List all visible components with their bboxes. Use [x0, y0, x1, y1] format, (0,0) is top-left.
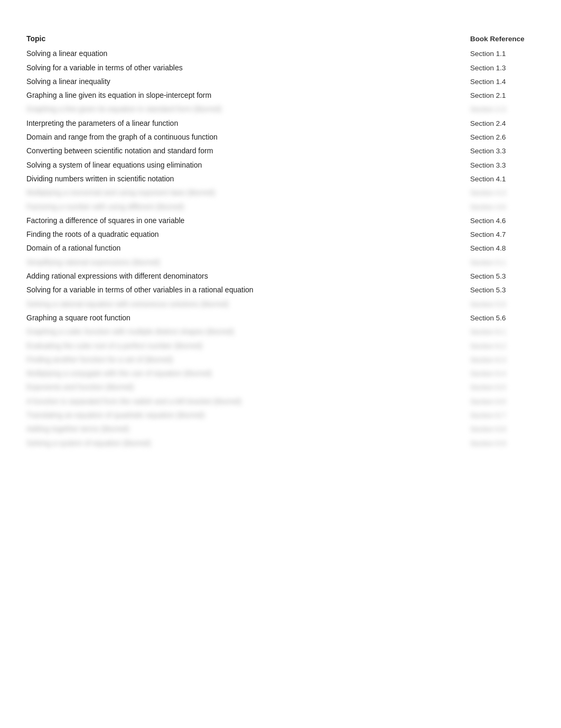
table-row: Adding together terms (blurred)Section 6…	[26, 422, 534, 436]
topic-cell: Domain of a rational function	[26, 243, 470, 253]
table-row: Domain and range from the graph of a con…	[26, 130, 534, 144]
topic-table: Topic Book Reference Solving a linear eq…	[26, 32, 534, 450]
topic-cell: Exponents and function (blurred)	[26, 382, 470, 392]
ref-cell: Section 6.1	[470, 328, 534, 336]
ref-cell: Section 5.1	[470, 259, 534, 266]
topic-cell: Simplifying rational expressions (blurre…	[26, 257, 470, 268]
ref-cell: Section 2.1	[470, 91, 534, 99]
topic-cell: Multiplying a conjugate with the use of …	[26, 368, 470, 379]
topic-cell: Solving a system of equation (blurred)	[26, 438, 470, 448]
topic-cell: Factoring a difference of squares in one…	[26, 215, 470, 226]
ref-cell: Section 6.3	[470, 356, 534, 364]
table-row: Solving a system of linear equations usi…	[26, 158, 534, 172]
topic-cell: Interpreting the parameters of a linear …	[26, 118, 470, 128]
topic-cell: Domain and range from the graph of a con…	[26, 132, 470, 142]
ref-cell: Section 4.6	[470, 217, 534, 225]
table-row: Evaluating the cube root of a perfect nu…	[26, 339, 534, 353]
ref-cell: Section 6.2	[470, 342, 534, 350]
table-row: Solving a linear equationSection 1.1	[26, 47, 534, 60]
table-row: Exponents and function (blurred)Section …	[26, 380, 534, 394]
table-row: Solving a rational equation with extrane…	[26, 297, 534, 311]
topic-cell: Finding another function for a set of (b…	[26, 354, 470, 365]
ref-cell: Section 6.6	[470, 398, 534, 406]
topic-cell: Adding together terms (blurred)	[26, 423, 470, 434]
topic-cell: Graphing a square root function	[26, 312, 470, 323]
ref-cell: Section 3.3	[470, 147, 534, 155]
table-row: Factoring a difference of squares in one…	[26, 214, 534, 227]
table-row: Factoring a number with using different …	[26, 200, 534, 214]
ref-cell: Section 3.3	[470, 161, 534, 169]
table-row: Translating an equation of quadratic equ…	[26, 408, 534, 422]
topic-cell: A function is separated from the radish …	[26, 396, 470, 407]
table-row: Finding the roots of a quadratic equatio…	[26, 227, 534, 241]
topic-cell: Solving a system of linear equations usi…	[26, 160, 470, 170]
table-row: Interpreting the parameters of a linear …	[26, 116, 534, 130]
ref-cell: Section 1.1	[470, 50, 534, 58]
topic-cell: Factoring a number with using different …	[26, 201, 470, 212]
topic-cell: Graphing a line given its equation in st…	[26, 104, 470, 114]
table-row: Solving a linear inequalitySection 1.4	[26, 75, 534, 88]
topic-cell: Finding the roots of a quadratic equatio…	[26, 229, 470, 239]
ref-cell: Section 4.3	[470, 189, 534, 197]
topic-cell: Solving a rational equation with extrane…	[26, 299, 470, 309]
table-row: Domain of a rational functionSection 4.8	[26, 241, 534, 255]
topic-cell: Adding rational expressions with differe…	[26, 271, 470, 281]
ref-cell: Section 6.5	[470, 383, 534, 391]
table-row: Dividing numbers written in scientific n…	[26, 172, 534, 186]
ref-cell: Section 4.8	[470, 244, 534, 252]
topic-cell: Graphing a cubic function with multiple …	[26, 326, 470, 337]
table-header: Topic Book Reference	[26, 32, 534, 45]
table-row: Solving for a variable in terms of other…	[26, 283, 534, 297]
ref-cell: Section 6.4	[470, 370, 534, 377]
ref-cell: Section 6.8	[470, 425, 534, 433]
table-row: A function is separated from the radish …	[26, 394, 534, 408]
topic-cell: Graphing a line given its equation in sl…	[26, 90, 470, 100]
ref-cell: Section 1.4	[470, 78, 534, 86]
ref-cell: Section 4.1	[470, 175, 534, 183]
table-row: Simplifying rational expressions (blurre…	[26, 255, 534, 269]
ref-cell: Section 6.9	[470, 439, 534, 447]
ref-cell: Section 5.5	[470, 300, 534, 308]
ref-cell: Section 2.6	[470, 133, 534, 141]
ref-cell: Section 5.3	[470, 272, 534, 280]
topic-cell: Solving for a variable in terms of other…	[26, 284, 470, 295]
table-row: Graphing a line given its equation in st…	[26, 102, 534, 116]
table-row: Converting between scientific notation a…	[26, 144, 534, 158]
table-row: Multiplying a conjugate with the use of …	[26, 366, 534, 380]
topic-cell: Dividing numbers written in scientific n…	[26, 173, 470, 184]
topic-cell: Solving for a variable in terms of other…	[26, 62, 470, 73]
ref-header: Book Reference	[470, 35, 534, 43]
ref-cell: Section 6.7	[470, 411, 534, 419]
ref-cell: Section 2.3	[470, 105, 534, 113]
table-row: Solving for a variable in terms of other…	[26, 61, 534, 75]
table-row: Graphing a square root functionSection 5…	[26, 311, 534, 325]
table-row: Solving a system of equation (blurred)Se…	[26, 436, 534, 450]
table-row: Adding rational expressions with differe…	[26, 269, 534, 283]
topic-header: Topic	[26, 33, 470, 44]
ref-cell: Section 4.6	[470, 203, 534, 211]
topic-cell: Solving a linear equation	[26, 48, 470, 59]
topic-cell: Converting between scientific notation a…	[26, 145, 470, 156]
topic-cell: Solving a linear inequality	[26, 76, 470, 87]
table-row: Graphing a cubic function with multiple …	[26, 325, 534, 338]
ref-cell: Section 1.3	[470, 64, 534, 72]
ref-cell: Section 5.3	[470, 286, 534, 294]
ref-cell: Section 4.7	[470, 231, 534, 238]
ref-cell: Section 2.4	[470, 119, 534, 127]
topic-cell: Evaluating the cube root of a perfect nu…	[26, 340, 470, 351]
ref-cell: Section 5.6	[470, 314, 534, 322]
topic-cell: Translating an equation of quadratic equ…	[26, 410, 470, 420]
table-row: Multiplying a monomial and using exponen…	[26, 186, 534, 199]
table-row: Graphing a line given its equation in sl…	[26, 88, 534, 102]
topic-cell: Multiplying a monomial and using exponen…	[26, 187, 470, 198]
table-row: Finding another function for a set of (b…	[26, 353, 534, 366]
